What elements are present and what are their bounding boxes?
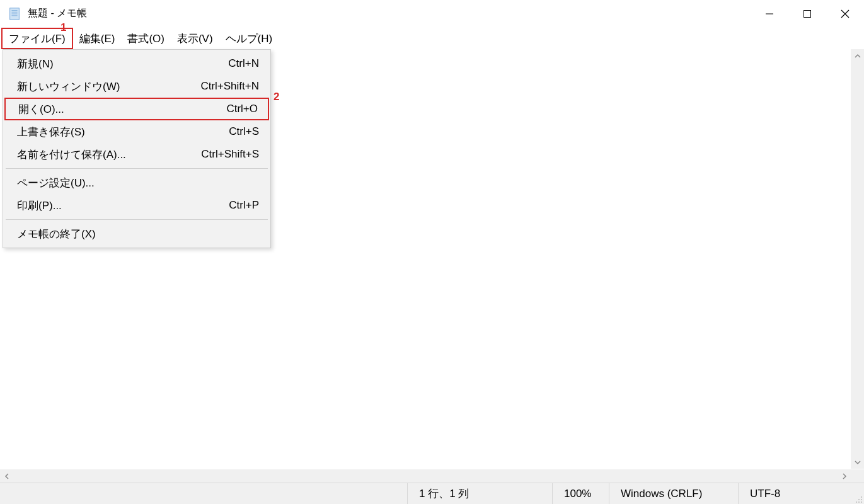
- menu-label: 編集(E): [79, 32, 115, 46]
- menu-item-shortcut: Ctrl+Shift+S: [183, 148, 259, 161]
- scroll-down-icon[interactable]: [851, 455, 864, 469]
- menu-item-open[interactable]: 開く(O)... Ctrl+O: [4, 98, 269, 120]
- menu-item-shortcut: Ctrl+Shift+N: [183, 80, 259, 93]
- maximize-button[interactable]: [788, 0, 826, 27]
- menu-item-exit[interactable]: メモ帳の終了(X): [4, 222, 269, 245]
- notepad-icon: [8, 7, 21, 21]
- menu-label: 表示(V): [177, 32, 213, 46]
- menu-item-label: ページ設定(U)...: [17, 176, 183, 190]
- menu-label: 書式(O): [127, 32, 164, 46]
- window-controls: [751, 0, 864, 27]
- menubar: ファイル(F) 編集(E) 書式(O) 表示(V) ヘルプ(H): [0, 28, 864, 49]
- menu-item-new[interactable]: 新規(N) Ctrl+N: [4, 52, 269, 75]
- menu-separator: [6, 219, 268, 220]
- menu-item-save[interactable]: 上書き保存(S) Ctrl+S: [4, 120, 269, 143]
- menu-item-label: 開く(O)...: [18, 102, 182, 117]
- scroll-up-icon[interactable]: [851, 49, 864, 62]
- menu-format[interactable]: 書式(O): [121, 28, 171, 49]
- status-encoding: UTF-8: [738, 483, 864, 504]
- menu-item-label: メモ帳の終了(X): [17, 227, 183, 241]
- svg-point-9: [861, 496, 862, 498]
- menu-item-shortcut: Ctrl+P: [183, 199, 259, 212]
- status-zoom: 100%: [552, 483, 609, 504]
- resize-grip-icon[interactable]: [854, 494, 863, 503]
- menu-item-label: 印刷(P)...: [17, 198, 183, 213]
- annotation-1: 1: [60, 21, 66, 34]
- svg-point-12: [856, 501, 857, 503]
- scroll-corner: [851, 469, 864, 483]
- menu-item-shortcut: Ctrl+S: [183, 125, 259, 138]
- window-title: 無題 - メモ帳: [28, 7, 87, 20]
- minimize-button[interactable]: [751, 0, 788, 27]
- statusbar: 1 行、1 列 100% Windows (CRLF) UTF-8: [0, 483, 864, 504]
- scroll-right-icon[interactable]: [838, 469, 851, 483]
- menu-item-save-as[interactable]: 名前を付けて保存(A)... Ctrl+Shift+S: [4, 143, 269, 166]
- menu-edit[interactable]: 編集(E): [73, 28, 122, 49]
- svg-point-11: [861, 499, 862, 500]
- horizontal-scrollbar[interactable]: [0, 469, 851, 483]
- file-menu-dropdown: 新規(N) Ctrl+N 新しいウィンドウ(W) Ctrl+Shift+N 開く…: [3, 49, 271, 248]
- vertical-scrollbar[interactable]: [851, 49, 864, 469]
- menu-label: ヘルプ(H): [226, 32, 273, 46]
- menu-item-label: 新規(N): [17, 57, 183, 71]
- titlebar: 無題 - メモ帳: [0, 0, 864, 28]
- menu-item-label: 新しいウィンドウ(W): [17, 79, 183, 94]
- menu-item-print[interactable]: 印刷(P)... Ctrl+P: [4, 194, 269, 217]
- menu-item-page-setup[interactable]: ページ設定(U)...: [4, 171, 269, 194]
- menu-item-label: 上書き保存(S): [17, 125, 183, 139]
- menu-item-shortcut: Ctrl+O: [182, 103, 258, 115]
- menu-view[interactable]: 表示(V): [171, 28, 219, 49]
- svg-point-10: [858, 499, 860, 500]
- menu-item-label: 名前を付けて保存(A)...: [17, 147, 183, 162]
- menu-item-new-window[interactable]: 新しいウィンドウ(W) Ctrl+Shift+N: [4, 75, 269, 98]
- status-line-ending: Windows (CRLF): [609, 483, 738, 504]
- menu-label: ファイル(F): [9, 32, 66, 46]
- svg-rect-6: [804, 10, 811, 17]
- menu-separator: [6, 168, 268, 169]
- status-position: 1 行、1 列: [407, 483, 552, 504]
- svg-point-13: [858, 501, 860, 503]
- close-button[interactable]: [826, 0, 864, 27]
- annotation-2: 2: [274, 91, 279, 103]
- menu-item-shortcut: Ctrl+N: [183, 57, 259, 70]
- scroll-left-icon[interactable]: [0, 469, 13, 483]
- menu-help[interactable]: ヘルプ(H): [219, 28, 279, 49]
- svg-point-14: [861, 501, 862, 503]
